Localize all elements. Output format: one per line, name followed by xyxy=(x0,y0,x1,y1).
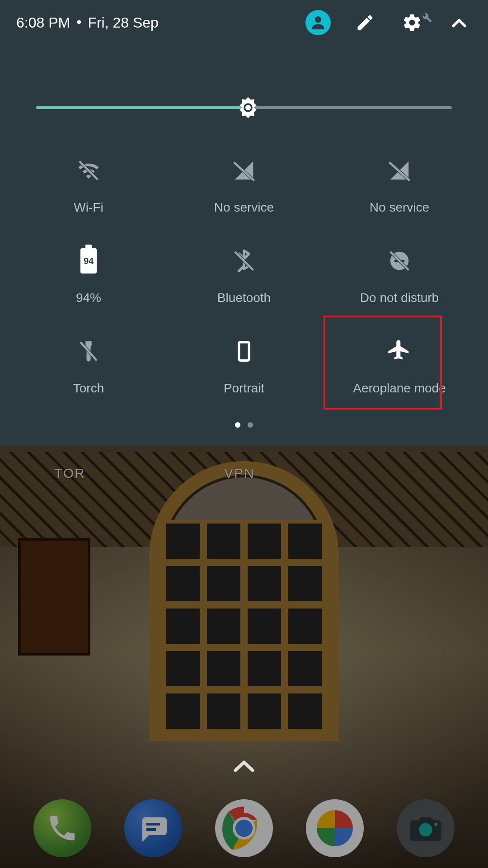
qs-tile-torch[interactable]: Torch xyxy=(11,321,166,411)
wrench-icon xyxy=(421,12,433,24)
gear-icon xyxy=(402,13,422,33)
svg-point-8 xyxy=(315,16,321,23)
signal-off-icon xyxy=(385,156,414,185)
home-shortcut-tor-label[interactable]: TOR xyxy=(54,466,85,481)
dock-messages-icon[interactable] xyxy=(124,799,182,857)
bluetooth-off-icon xyxy=(230,246,258,275)
wallpaper-door-grid xyxy=(163,520,325,732)
svg-rect-0 xyxy=(146,823,160,826)
svg-rect-1 xyxy=(146,828,156,831)
brightness-thumb-icon[interactable] xyxy=(235,95,261,120)
status-dot-separator: • xyxy=(76,14,81,29)
qs-tile-sim2[interactable]: No service xyxy=(322,140,477,231)
qs-header: 6:08 PM • Fri, 28 Sep xyxy=(0,0,488,45)
dock-photos-icon[interactable] xyxy=(306,799,364,857)
qs-tile-label: 94% xyxy=(76,291,101,305)
brightness-track-fill xyxy=(36,106,248,109)
torch-off-icon xyxy=(74,337,103,366)
settings-button[interactable] xyxy=(399,10,425,35)
signal-off-icon xyxy=(230,156,258,185)
svg-point-6 xyxy=(419,823,432,836)
edit-tiles-button[interactable] xyxy=(352,10,378,35)
qs-tile-grid: Wi-FiNo serviceNo service9494%BluetoothD… xyxy=(0,140,488,411)
user-avatar-button[interactable] xyxy=(305,10,331,35)
qs-tile-label: No service xyxy=(214,200,274,215)
svg-point-10 xyxy=(245,105,251,110)
wallpaper-side-door xyxy=(18,538,90,656)
qs-tile-label: Bluetooth xyxy=(217,291,271,305)
qs-tile-bluetooth[interactable]: Bluetooth xyxy=(166,231,322,321)
qs-tile-label: Wi-Fi xyxy=(74,200,103,215)
portrait-icon xyxy=(230,337,258,366)
qs-tile-label: Do not disturb xyxy=(360,291,439,305)
qs-tile-label: Torch xyxy=(73,381,104,396)
dnd-off-icon xyxy=(385,246,414,275)
qs-tile-rotation[interactable]: Portrait xyxy=(166,321,322,411)
collapse-panel-button[interactable] xyxy=(446,10,472,35)
status-date[interactable]: Fri, 28 Sep xyxy=(88,14,159,31)
battery-icon: 94 xyxy=(74,246,103,275)
dock-chrome-icon[interactable] xyxy=(215,799,273,857)
app-drawer-up-icon[interactable] xyxy=(234,759,254,774)
qs-tile-label: Aeroplane mode xyxy=(353,381,446,396)
home-shortcut-vpn-label[interactable]: VPN xyxy=(224,466,255,481)
user-avatar-icon xyxy=(305,10,331,35)
pencil-icon xyxy=(355,13,375,33)
dock-phone-icon[interactable] xyxy=(33,799,91,857)
chevron-up-icon xyxy=(449,13,469,33)
qs-tile-battery[interactable]: 9494% xyxy=(11,231,166,321)
airplane-icon xyxy=(385,337,414,366)
status-time: 6:08 PM xyxy=(16,14,70,31)
qs-tile-wifi[interactable]: Wi-Fi xyxy=(11,140,166,231)
quick-settings-panel: 6:08 PM • Fri, 28 Sep Wi-FiNo serviceNo … xyxy=(0,0,488,446)
qs-tile-label: No service xyxy=(370,200,429,215)
wifi-off-icon xyxy=(74,156,103,185)
page-dot[interactable] xyxy=(235,422,240,428)
brightness-slider[interactable] xyxy=(36,95,452,120)
qs-tile-airplane[interactable]: Aeroplane mode xyxy=(322,321,477,411)
qs-tile-sim1[interactable]: No service xyxy=(166,140,322,231)
home-dock xyxy=(0,792,488,864)
battery-level-text: 94 xyxy=(84,256,94,266)
dock-camera-icon[interactable] xyxy=(397,799,455,857)
qs-tile-label: Portrait xyxy=(224,381,264,396)
qs-tile-dnd[interactable]: Do not disturb xyxy=(322,231,477,321)
svg-point-7 xyxy=(434,823,437,826)
page-dot[interactable] xyxy=(248,422,253,428)
qs-page-indicator[interactable] xyxy=(0,422,488,428)
